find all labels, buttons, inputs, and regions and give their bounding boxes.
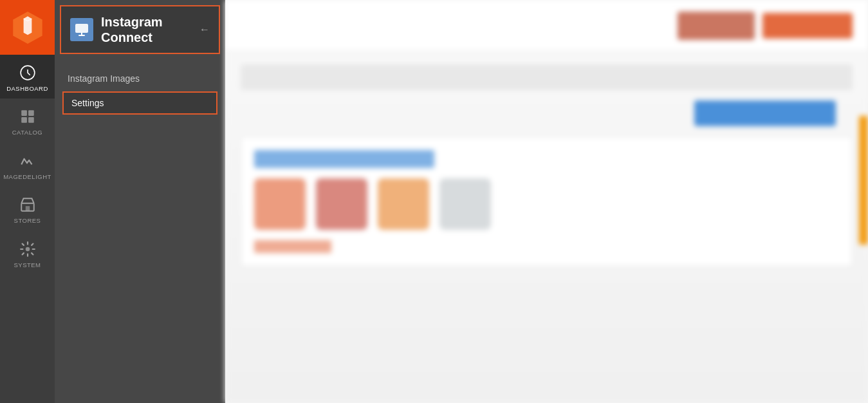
svg-rect-8 (75, 24, 88, 33)
menu-item-settings[interactable]: Settings (62, 91, 217, 115)
magedelight-icon (19, 152, 37, 170)
main-content (225, 0, 868, 403)
sub-sidebar-header: Instagram Connect ← (60, 5, 220, 54)
magento-logo-icon (12, 12, 44, 44)
catalog-label: CATALOG (12, 129, 43, 136)
sidebar-item-magedelight[interactable]: MAGEDELIGHT (0, 143, 55, 187)
instagram-images-row (254, 178, 839, 230)
filter-bar (241, 64, 853, 90)
content-area (225, 52, 868, 279)
magento-logo-area[interactable] (0, 0, 55, 55)
svg-point-7 (25, 247, 30, 251)
sub-sidebar: Instagram Connect ← Instagram Images Set… (55, 0, 225, 403)
svg-rect-4 (28, 117, 34, 123)
instagram-section (241, 136, 853, 267)
menu-item-instagram-images[interactable]: Instagram Images (55, 67, 225, 90)
instagram-image-2 (316, 178, 367, 230)
main-navigation: DASHBOARD CATALOG MAGEDELIGHT (0, 55, 55, 275)
instagram-image-4 (439, 178, 491, 230)
scroll-indicator (859, 116, 868, 245)
connect-instagram-button (694, 100, 836, 126)
page-header (225, 0, 868, 52)
sidebar-item-system[interactable]: SYSTEM (0, 231, 55, 275)
instagram-image-3 (378, 178, 429, 230)
system-label: SYSTEM (14, 261, 41, 268)
svg-rect-6 (25, 206, 30, 211)
monitor-icon (74, 22, 89, 37)
stores-icon (19, 196, 37, 214)
magedelight-label: MAGEDELIGHT (3, 173, 51, 180)
stores-label: STORES (14, 217, 41, 224)
follow-link (254, 240, 331, 253)
back-arrow-button[interactable]: ← (199, 24, 210, 35)
svg-rect-1 (21, 111, 27, 117)
sidebar-item-catalog[interactable]: CATALOG (0, 98, 55, 142)
sub-sidebar-title: Instagram Connect (101, 14, 192, 45)
sub-sidebar-menu: Instagram Images Settings (55, 59, 225, 124)
svg-rect-2 (28, 111, 34, 117)
sidebar-item-dashboard[interactable]: DASHBOARD (0, 55, 55, 98)
section-title (254, 150, 434, 168)
add-block-button (762, 13, 853, 39)
icon-sidebar: DASHBOARD CATALOG MAGEDELIGHT (0, 0, 55, 403)
dashboard-label: DASHBOARD (6, 85, 48, 92)
svg-rect-3 (21, 117, 27, 123)
main-inner (225, 0, 868, 403)
sidebar-item-stores[interactable]: STORES (0, 187, 55, 230)
instagram-image-1 (254, 178, 306, 230)
user-info (678, 12, 755, 40)
instagram-connect-icon (70, 18, 93, 41)
catalog-icon (19, 108, 37, 126)
dashboard-icon (19, 64, 37, 82)
system-icon (19, 240, 37, 258)
